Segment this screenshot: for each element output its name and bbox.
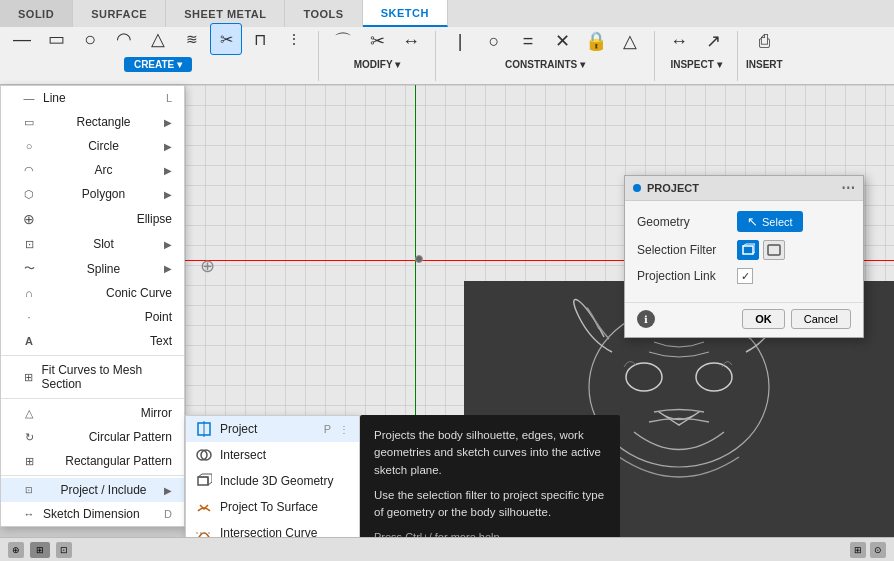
ellipse-icon: ⊕ [21,211,37,227]
create-button[interactable]: CREATE ▾ [124,57,192,72]
constraint-icon-4[interactable]: ✕ [546,25,578,57]
menu-item-project-include[interactable]: ⊡ Project / Include ▶ [1,478,184,502]
constraint-icon-2[interactable]: ○ [478,25,510,57]
cursor-icon: ↖ [747,214,758,229]
status-icon-3[interactable]: ⊡ [56,542,72,558]
menu-item-slot[interactable]: ⊡ Slot ▶ [1,232,184,256]
project-dialog: PROJECT ⋯ Geometry ↖ Select Selection Fi… [624,175,864,338]
dialog-filter-row: Selection Filter [637,240,851,260]
cancel-button[interactable]: Cancel [791,309,851,329]
menu-item-line[interactable]: — Line L [1,86,184,110]
constraint-icon-1[interactable]: | [444,25,476,57]
arc-tool-icon[interactable]: ◠ [108,23,140,55]
projection-link-checkbox[interactable] [737,268,753,284]
insert-icon-1[interactable]: ⎙ [748,25,780,57]
menu-item-mirror[interactable]: △ Mirror [1,401,184,425]
include-3d-icon [196,473,212,489]
filter-icon-body[interactable] [737,240,759,260]
geometry-label: Geometry [637,215,737,229]
bracket-tool-icon[interactable]: ⊓ [244,23,276,55]
separator-1 [1,355,184,356]
svg-rect-8 [198,477,208,485]
inspect-button[interactable]: INSPECT ▾ [670,59,721,70]
constraints-group: | ○ = ✕ 🔒 △ CONSTRAINTS ▾ [444,25,646,86]
select-button[interactable]: ↖ Select [737,211,803,232]
snap-icon[interactable]: ⊙ [870,542,886,558]
mirror-icon: △ [21,407,37,420]
projection-label: Projection Link [637,269,737,283]
constraints-button[interactable]: CONSTRAINTS ▾ [505,59,585,70]
constraint-icon-5[interactable]: 🔒 [580,25,612,57]
status-icon-1[interactable]: ⊕ [8,542,24,558]
polygon-tool-icon[interactable]: △ [142,23,174,55]
create-group: — ▭ ○ ◠ △ ≋ ✂ ⊓ ⋮ CREATE ▾ [6,23,310,88]
circle-tool-icon[interactable]: ○ [74,23,106,55]
inspect-group: ↔ ↗ INSPECT ▾ [663,25,729,86]
spline-tool-icon[interactable]: ≋ [176,23,208,55]
tab-sketch[interactable]: SKETCH [363,0,448,27]
cut-tool-icon[interactable]: ✂ [210,23,242,55]
menu-item-spline[interactable]: 〜 Spline ▶ [1,256,184,281]
submenu-item-intersect[interactable]: Intersect [186,442,359,468]
modify-button[interactable]: MODIFY ▾ [354,59,400,70]
insert-button[interactable]: INSERT [746,59,783,70]
menu-item-circular-pattern[interactable]: ↻ Circular Pattern [1,425,184,449]
main-content: — Line L ▭ Rectangle ▶ ○ Circle ▶ ◠ Arc … [0,85,894,561]
menu-item-fit-curves[interactable]: ⊞ Fit Curves to Mesh Section [1,358,184,396]
line-icon: — [21,92,37,104]
modify-icons: ⌒ ✂ ↔ [327,25,427,57]
lines-tool-icon[interactable]: ⋮ [278,23,310,55]
dialog-expand-button[interactable]: ⋯ [841,180,855,196]
dialog-title-bar: PROJECT ⋯ [625,176,863,201]
text-icon: A [21,335,37,347]
submenu-item-include-3d[interactable]: Include 3D Geometry [186,468,359,494]
menu-item-rectangular-pattern[interactable]: ⊞ Rectangular Pattern [1,449,184,473]
project-include-icon: ⊡ [21,485,37,495]
tool-row: — ▭ ○ ◠ △ ≋ ✂ ⊓ ⋮ CREATE ▾ [0,27,894,84]
tooltip-description-1: Projects the body silhouette, edges, wor… [374,427,606,479]
fit-curves-icon: ⊞ [21,371,36,384]
dialog-title-left: PROJECT [633,182,699,194]
grid-icon[interactable]: ⊞ [850,542,866,558]
dialog-projection-row: Projection Link [637,268,851,284]
constraint-icon-3[interactable]: = [512,25,544,57]
menu-item-ellipse[interactable]: ⊕ Ellipse [1,206,184,232]
divider-1 [318,31,319,81]
status-icon-2[interactable]: ⊞ [30,542,50,558]
insert-group: ⎙ INSERT [746,25,783,86]
modify-group: ⌒ ✂ ↔ MODIFY ▾ [327,25,427,86]
status-right: ⊞ ⊙ [850,542,886,558]
menu-item-text[interactable]: A Text [1,329,184,353]
sketch-dimension-icon: ↔ [21,508,37,520]
status-bar: ⊕ ⊞ ⊡ ⊞ ⊙ [0,537,894,561]
menu-item-sketch-dimension[interactable]: ↔ Sketch Dimension D [1,502,184,526]
divider-4 [737,31,738,81]
submenu-item-project[interactable]: Project P ⋮ [186,416,359,442]
menu-item-rectangle[interactable]: ▭ Rectangle ▶ [1,110,184,134]
inspect-icon-2[interactable]: ↗ [697,25,729,57]
menu-item-arc[interactable]: ◠ Arc ▶ [1,158,184,182]
conic-icon: ∩ [21,287,37,299]
circle-icon: ○ [21,140,37,152]
separator-3 [1,475,184,476]
menu-item-circle[interactable]: ○ Circle ▶ [1,134,184,158]
midpoint-dot [415,255,423,263]
rect-tool-icon[interactable]: ▭ [40,23,72,55]
modify-icon-2[interactable]: ✂ [361,25,393,57]
constraint-icon-6[interactable]: △ [614,25,646,57]
ok-button[interactable]: OK [742,309,785,329]
menu-item-conic-curve[interactable]: ∩ Conic Curve [1,281,184,305]
arc-icon: ◠ [21,164,37,177]
info-icon[interactable]: ℹ [637,310,655,328]
spline-icon: 〜 [21,261,37,276]
inspect-icon-1[interactable]: ↔ [663,25,695,57]
menu-item-point[interactable]: · Point [1,305,184,329]
modify-icon-1[interactable]: ⌒ [327,25,359,57]
menu-item-polygon[interactable]: ⬡ Polygon ▶ [1,182,184,206]
submenu-item-project-to-surface[interactable]: Project To Surface [186,494,359,520]
modify-icon-3[interactable]: ↔ [395,25,427,57]
filter-icons [737,240,785,260]
filter-icon-surface[interactable] [763,240,785,260]
line-tool-icon[interactable]: — [6,23,38,55]
rectangle-icon: ▭ [21,116,37,129]
